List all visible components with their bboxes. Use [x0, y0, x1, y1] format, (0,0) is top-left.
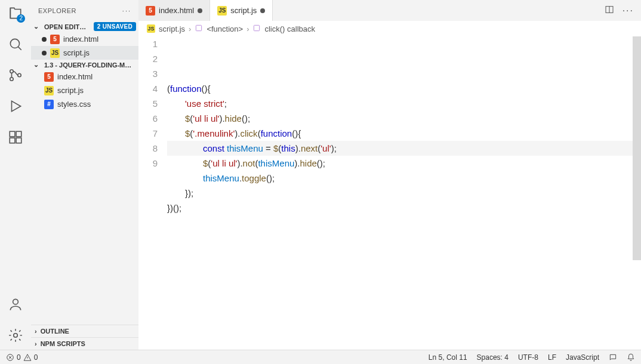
- breadcrumbs[interactable]: JS script.js › <function> › click() call…: [138, 21, 641, 36]
- outline-label: OUTLINE: [41, 328, 69, 335]
- extensions-icon[interactable]: [7, 129, 24, 146]
- notifications-icon[interactable]: [627, 353, 635, 362]
- settings-gear-icon[interactable]: [7, 327, 24, 344]
- code-line[interactable]: $('ul li ul').hide();: [167, 111, 633, 126]
- svg-point-9: [14, 334, 18, 338]
- file-name: script.js: [63, 48, 90, 57]
- svg-point-8: [13, 299, 19, 304]
- warning-count: 0: [34, 353, 38, 362]
- code-line[interactable]: $('ul li ul').not(thisMenu).hide();: [167, 156, 633, 171]
- code-line[interactable]: $('.menulink').click(function(){: [167, 126, 633, 141]
- line-number: 5: [138, 96, 158, 111]
- open-editor-item[interactable]: 5 index.html: [31, 32, 138, 46]
- folder-label: 1.3 - JQUERY-FOLDING-M…: [44, 61, 131, 69]
- file-name: styles.css: [57, 100, 91, 109]
- more-icon[interactable]: ···: [622, 5, 634, 16]
- svg-rect-12: [254, 25, 260, 30]
- more-icon[interactable]: ···: [122, 7, 131, 14]
- cursor-position[interactable]: Ln 5, Col 11: [429, 353, 467, 362]
- tab-bar: 5 index.html JS script.js ···: [138, 0, 641, 21]
- chevron-right-icon: ›: [189, 24, 191, 33]
- editor-group: 5 index.html JS script.js ··· JS script.…: [138, 0, 641, 350]
- folder-header[interactable]: ⌄ 1.3 - JQUERY-FOLDING-M…: [31, 60, 138, 70]
- svg-point-0: [10, 39, 19, 48]
- sidebar: EXPLORER ··· ⌄ OPEN EDIT… 2 UNSAVED 5 in…: [31, 0, 138, 350]
- code-line[interactable]: thisMenu.toggle();: [167, 171, 633, 186]
- indentation-status[interactable]: Spaces: 4: [477, 353, 509, 362]
- js-file-icon: JS: [50, 48, 60, 58]
- source-control-icon[interactable]: [7, 67, 24, 84]
- problems-status[interactable]: 0 0: [6, 353, 38, 362]
- open-editor-item[interactable]: JS script.js: [31, 46, 138, 60]
- error-count: 0: [17, 353, 21, 362]
- file-tree-item[interactable]: 5 index.html: [31, 70, 138, 84]
- svg-point-2: [10, 78, 13, 81]
- npm-scripts-header[interactable]: › NPM SCRIPTS: [31, 337, 138, 350]
- language-mode[interactable]: JavaScript: [566, 353, 599, 362]
- activity-bar: 2: [0, 0, 31, 350]
- line-number: 9: [138, 156, 158, 171]
- code-editor[interactable]: 123456789 (function(){'use strict';$('ul…: [138, 36, 641, 350]
- open-editors-label: OPEN EDIT…: [44, 23, 91, 30]
- line-number: 6: [138, 111, 158, 126]
- modified-dot-icon: [42, 51, 47, 55]
- js-file-icon: JS: [217, 6, 227, 16]
- html-file-icon: 5: [44, 72, 54, 82]
- outline-header[interactable]: › OUTLINE: [31, 325, 138, 337]
- code-line[interactable]: 'use strict';: [167, 96, 633, 111]
- line-number: 2: [138, 51, 158, 66]
- code-line[interactable]: });: [167, 186, 633, 200]
- search-icon[interactable]: [7, 36, 24, 53]
- line-number: 7: [138, 126, 158, 141]
- chevron-down-icon: ⌄: [33, 23, 42, 30]
- svg-rect-11: [196, 25, 202, 30]
- css-file-icon: #: [44, 100, 54, 109]
- breadcrumb-function[interactable]: <function>: [207, 24, 243, 33]
- sidebar-header: EXPLORER ···: [31, 0, 138, 21]
- modified-dot-icon: [42, 37, 47, 42]
- file-name: index.html: [63, 35, 98, 44]
- svg-rect-6: [10, 138, 15, 143]
- line-number: 1: [138, 36, 158, 51]
- code-content[interactable]: (function(){'use strict';$('ul li ul').h…: [167, 36, 641, 350]
- line-number-gutter: 123456789: [138, 36, 167, 350]
- chevron-down-icon: ⌄: [33, 61, 42, 69]
- breadcrumb-file[interactable]: script.js: [159, 24, 185, 33]
- breadcrumb-callback[interactable]: click() callback: [264, 24, 315, 33]
- feedback-icon[interactable]: [609, 353, 617, 362]
- line-number: 8: [138, 141, 158, 156]
- scrollbar-overview[interactable]: [633, 36, 641, 260]
- svg-rect-4: [10, 131, 15, 137]
- run-debug-icon[interactable]: [7, 98, 24, 115]
- js-file-icon: JS: [147, 24, 155, 33]
- tab-label: script.js: [230, 6, 257, 15]
- svg-point-3: [18, 73, 21, 76]
- code-line[interactable]: const thisMenu = $(this).next('ul');: [167, 141, 633, 156]
- code-line[interactable]: (function(){: [167, 81, 633, 96]
- eol-status[interactable]: LF: [548, 353, 556, 362]
- editor-tab[interactable]: 5 index.html: [138, 0, 210, 21]
- file-name: index.html: [57, 72, 93, 81]
- symbol-icon: [195, 24, 203, 34]
- file-tree-item[interactable]: # styles.css: [31, 97, 138, 111]
- status-bar: 0 0 Ln 5, Col 11 Spaces: 4 UTF-8 LF Java…: [0, 350, 641, 364]
- svg-rect-5: [16, 131, 21, 137]
- explorer-title: EXPLORER: [38, 7, 76, 14]
- account-icon[interactable]: [7, 296, 24, 313]
- file-name: script.js: [57, 86, 84, 95]
- code-line[interactable]: })();: [167, 200, 633, 215]
- html-file-icon: 5: [50, 35, 60, 44]
- symbol-icon: [252, 24, 261, 34]
- modified-dot-icon: [198, 8, 202, 13]
- unsaved-badge: 2 UNSAVED: [94, 22, 136, 31]
- explorer-icon[interactable]: 2: [7, 5, 24, 21]
- open-editors-header[interactable]: ⌄ OPEN EDIT… 2 UNSAVED: [31, 21, 138, 32]
- encoding-status[interactable]: UTF-8: [518, 353, 538, 362]
- editor-tab[interactable]: JS script.js: [210, 0, 273, 21]
- modified-dot-icon: [260, 8, 265, 13]
- line-number: 4: [138, 81, 158, 96]
- split-editor-icon[interactable]: [605, 5, 614, 17]
- file-tree-item[interactable]: JS script.js: [31, 84, 138, 97]
- chevron-right-icon: ›: [35, 328, 37, 335]
- line-number: 3: [138, 66, 158, 81]
